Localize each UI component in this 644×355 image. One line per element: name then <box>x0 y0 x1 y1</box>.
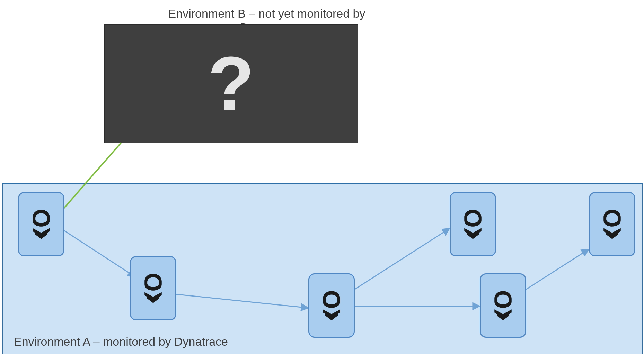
question-mark-icon: ? <box>208 46 254 122</box>
agent-node-4 <box>450 192 496 256</box>
agent-node-2 <box>130 256 176 320</box>
dynatrace-oneagent-icon <box>319 290 344 321</box>
diagram-canvas: Environment B – not yet monitored by Dyn… <box>0 0 644 355</box>
agent-node-1 <box>18 192 64 256</box>
dynatrace-oneagent-icon <box>600 209 624 240</box>
agent-node-6 <box>589 192 635 256</box>
dynatrace-oneagent-icon <box>491 290 515 321</box>
dynatrace-oneagent-icon <box>461 209 485 240</box>
environment-a-label: Environment A – monitored by Dynatrace <box>14 335 228 348</box>
dynatrace-oneagent-icon <box>141 273 165 304</box>
dynatrace-oneagent-icon <box>29 209 53 240</box>
agent-node-3 <box>308 273 355 338</box>
environment-b-box: ? <box>104 24 358 143</box>
agent-node-5 <box>480 273 526 338</box>
